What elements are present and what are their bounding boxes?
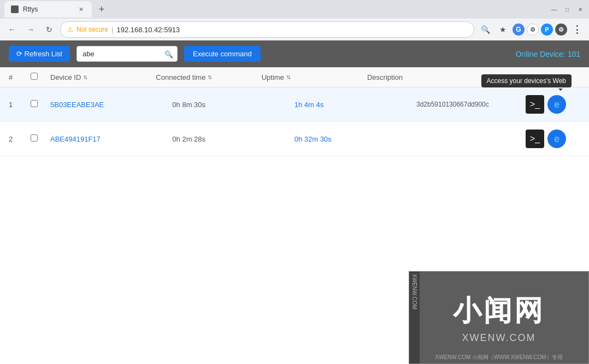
select-all-checkbox[interactable] [31,73,38,80]
row-num-2: 2 [9,135,31,143]
extension-icon-2[interactable]: ⚙ [527,24,539,36]
watermark-url-text: XWENW.COM [462,332,536,344]
terminal-button-2[interactable]: >_ [526,130,544,148]
col-header-check[interactable] [31,73,50,81]
new-tab-button[interactable]: + [94,2,109,17]
address-text: 192.168.10.42:5913 [116,26,467,34]
row-description-1: 3d2b5910130667dd900c [416,101,526,108]
address-separator: | [111,26,113,34]
watermark-main-text: 小闻网 [453,292,545,330]
device-table: # Device ID ⇅ Connected time ⇅ Uptime ⇅ … [0,67,589,156]
row-device-id-1[interactable]: 5B03EEABE3AE [50,101,172,109]
web-button-2[interactable]: e [547,130,566,148]
search-nav-button[interactable]: 🔍 [478,22,493,37]
col-header-description: Description [367,73,526,81]
table-header: # Device ID ⇅ Connected time ⇅ Uptime ⇅ … [0,67,589,87]
search-wrapper: 🔍 [76,46,178,62]
row-uptime-1: 1h 4m 4s [294,101,416,109]
row-connected-time-1: 0h 8m 30s [172,101,294,109]
back-button[interactable]: ← [4,22,20,37]
col-header-num: # [9,73,31,81]
security-icon: ⚠ [67,26,73,33]
row-num-1: 1 [9,101,31,109]
not-secure-label: Not secure [76,26,108,33]
row-device-id-2[interactable]: ABE494191F17 [50,135,172,143]
watermark-side-text: XWENW.COM [409,272,420,363]
terminal-button-1[interactable]: >_ [526,95,544,114]
forward-button[interactable]: → [23,22,38,37]
row-checkbox-2[interactable] [31,134,38,142]
extension-icon-1[interactable]: G [513,24,525,36]
app-toolbar: ⟳ Refresh List 🔍 Execute command Online … [0,40,589,67]
table-row: 1 5B03EEABE3AE 0h 8m 30s 1h 4m 4s 3d2b59… [0,87,589,122]
sort-device-icon: ⇅ [83,74,87,80]
sort-connected-icon: ⇅ [208,74,212,80]
extension-icon-3[interactable]: P [541,24,553,36]
sort-uptime-icon: ⇅ [286,74,291,80]
refresh-list-button[interactable]: ⟳ Refresh List [9,46,70,62]
tab-favicon [11,5,19,13]
col-header-uptime[interactable]: Uptime ⇅ [262,73,367,81]
row-check-2[interactable] [31,134,50,143]
col-header-connected[interactable]: Connected time ⇅ [156,73,261,81]
row-actions-2: >_ e [526,130,580,148]
search-icon[interactable]: 🔍 [164,50,173,58]
table-row: 2 ABE494191F17 0h 2m 28s 0h 32m 30s >_ e [0,122,589,156]
row-checkbox-1[interactable] [31,100,38,107]
search-input[interactable] [76,46,178,62]
online-device-count: Online Device: 101 [516,50,580,58]
row-connected-time-2: 0h 2m 28s [172,135,294,143]
col-header-device[interactable]: Device ID ⇅ [50,73,156,81]
address-bar[interactable]: ⚠ Not secure | 192.168.10.42:5913 [60,21,474,38]
tab-close-button[interactable]: ✕ [76,5,85,14]
web-button-1[interactable]: e [547,95,566,114]
tab-title: Rttys [23,5,72,13]
extension-icon-4[interactable]: ⚙ [555,24,567,36]
row-check-1[interactable] [31,100,50,109]
row-actions-1: >_ e Access your devices's Web [526,95,580,114]
watermark: XWENW.COM 小闻网 XWENW.COM XWENW.COM 小闻网（WW… [409,271,589,364]
col-header-actions: # [526,73,580,81]
more-button[interactable]: ⋮ [569,22,585,37]
watermark-bottom-text: XWENW.COM 小闻网（WWW.XWENW.COM）专用 [435,354,562,361]
execute-command-button[interactable]: Execute command [184,46,261,62]
web-button-container-1: e Access your devices's Web [547,95,566,114]
close-button[interactable]: ✕ [576,5,585,14]
browser-tab[interactable]: Rttys ✕ [4,1,92,17]
reload-button[interactable]: ↻ [42,22,57,37]
row-uptime-2: 0h 32m 30s [294,135,416,143]
minimize-button[interactable]: — [550,5,558,14]
bookmark-button[interactable]: ★ [495,22,510,37]
maximize-button[interactable]: □ [563,5,572,14]
